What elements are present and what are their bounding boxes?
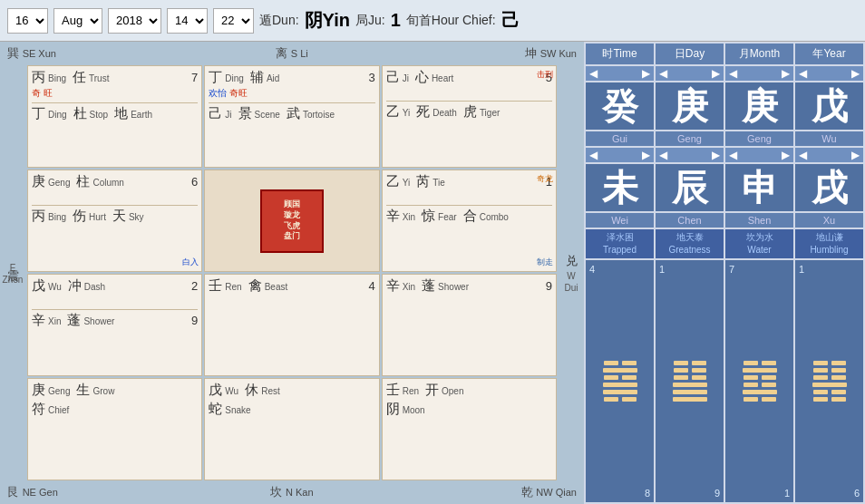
grid-cell-22: 辛 Xin 蓬 Shower 9 — [382, 274, 557, 376]
left-panel: 巽 SE Xun 离 S Li 坤 SW Kun 震 E Zhen — [0, 42, 584, 504]
header-year: 年Year — [795, 44, 863, 64]
year-select[interactable]: 2018 — [108, 8, 161, 34]
month-branch-prev[interactable]: ◀ — [729, 149, 737, 161]
stem-time: 癸 — [586, 82, 654, 130]
branch-day: 辰 — [656, 164, 724, 211]
stem-label-time: Gui — [586, 131, 654, 146]
chief-label: 旬首Hour Chief: — [406, 13, 496, 29]
grid-cell-center: 顾国璇龙飞虎盘门 — [204, 170, 379, 272]
year-prev[interactable]: ◀ — [799, 67, 807, 80]
branch-label-day: Chen — [656, 213, 724, 228]
branch-time: 未 — [586, 164, 654, 211]
nav-arrows-top: ◀ ▶ ◀ ▶ ◀ ▶ ◀ ▶ — [586, 66, 863, 81]
main-area: 巽 SE Xun 离 S Li 坤 SW Kun 震 E Zhen — [0, 42, 865, 504]
earthly-branches: 未 辰 申 戌 — [586, 164, 863, 211]
month-branch-next[interactable]: ▶ — [782, 149, 790, 161]
top-compass-row: 巽 SE Xun 离 S Li 坤 SW Kun — [0, 42, 584, 65]
header-month: 月Month — [725, 44, 793, 64]
dir-ne: 艮 NE Gen — [0, 480, 197, 504]
stem-month: 庚 — [725, 82, 793, 130]
desc-day: 地天泰Greatness — [656, 229, 724, 258]
hex-bottom-0: 8 — [645, 488, 650, 499]
hour-select[interactable]: 14 — [167, 8, 208, 34]
desc-time: 泽水困Trapped — [586, 229, 654, 258]
time-prev[interactable]: ◀ — [589, 67, 598, 80]
hex-block-0: 4 8 — [586, 260, 654, 502]
grid-cell-02: 击刑 己 Ji 心 Heart 5 乙 Yi 死 Death — [382, 65, 557, 168]
hex-lines-0 — [603, 361, 637, 402]
bottom-compass-row: 艮 NE Gen 坎 N Kan 乾 NW Qian — [0, 480, 584, 504]
pillar-descs: 泽水困Trapped 地天泰Greatness 坎为水Water 地山谦Humb… — [586, 229, 863, 258]
desc-year: 地山谦Humbling — [795, 229, 863, 258]
hex-top-0: 4 — [589, 264, 595, 275]
hex-lines-1 — [673, 361, 707, 402]
hex-top-1: 1 — [659, 264, 665, 275]
dir-s: 离 S Li — [197, 42, 386, 65]
grid-cell-12: 奇龙 乙 Yi 芮 Tie 1 制走 辛 Xin 惊 F — [382, 170, 557, 272]
stem-day: 庚 — [656, 82, 724, 130]
dir-e-label: 震 E Zhen — [0, 65, 25, 480]
day-branch-next[interactable]: ▶ — [712, 149, 720, 161]
hex-bottom-1: 9 — [714, 488, 720, 499]
hex-block-1: 1 9 — [656, 260, 724, 502]
day-branch-prev[interactable]: ◀ — [659, 149, 667, 161]
branch-labels: Wei Chen Shen Xu — [586, 213, 863, 228]
grid-cell-00: 丙 Bing 任 Trust 7 奇 旺 丁 Ding 杜 — [27, 65, 202, 168]
dun-value: 阴Yin — [305, 8, 350, 33]
month-next[interactable]: ▶ — [782, 67, 790, 80]
dir-sw: 坤 SW Kun — [387, 42, 584, 65]
month-prev[interactable]: ◀ — [729, 67, 737, 80]
year-branch-next[interactable]: ▶ — [851, 149, 860, 161]
dun-label: 遁Dun: — [259, 13, 299, 29]
hex-bottom-2: 1 — [784, 488, 790, 499]
hex-top-2: 7 — [729, 264, 734, 275]
dir-nw: 乾 NW Qian — [387, 480, 584, 504]
dir-n: 坎 N Kan — [197, 480, 386, 504]
time-next[interactable]: ▶ — [642, 67, 650, 80]
hex-bottom-3: 6 — [854, 488, 860, 499]
year-branch-prev[interactable]: ◀ — [799, 149, 807, 161]
stem-label-year: Wu — [795, 131, 863, 146]
hex-lines-3 — [812, 361, 847, 402]
grid-cell-32: 壬 Ren 开 Open 阴 Moon — [382, 378, 557, 480]
hexagram-row: 4 8 1 — [586, 260, 863, 502]
header-time: 时Time — [586, 44, 654, 64]
day-prev[interactable]: ◀ — [659, 67, 667, 80]
branch-label-month: Shen — [725, 213, 793, 228]
hex-top-3: 1 — [799, 264, 804, 275]
time-branch-next[interactable]: ▶ — [642, 149, 650, 161]
stem-label-day: Geng — [656, 131, 724, 146]
day-select[interactable]: 16 — [7, 8, 48, 34]
time-branch-prev[interactable]: ◀ — [589, 149, 598, 161]
desc-month: 坎为水Water — [725, 229, 793, 258]
stem-labels: Gui Geng Geng Wu — [586, 131, 863, 146]
top-bar: 16 Aug 2018 14 22 遁Dun: 阴Yin 局Ju: 1 旬首Ho… — [0, 0, 865, 42]
inner-grid: 丙 Bing 任 Trust 7 奇 旺 丁 Ding 杜 — [25, 65, 559, 480]
day-next[interactable]: ▶ — [712, 67, 720, 80]
grid-cell-10: 庚 Geng 柱 Column 6 白入 丙 Bing 伤 Hurt 天 — [27, 170, 202, 272]
hex-lines-2 — [743, 361, 777, 402]
pillar-headers: 时Time 日Day 月Month 年Year — [586, 44, 863, 64]
dir-w-label: 兑 W Dui — [559, 65, 584, 480]
branch-label-time: Wei — [586, 213, 654, 228]
stem-label-month: Geng — [725, 131, 793, 146]
minute-select[interactable]: 22 — [213, 8, 254, 34]
nav-arrows-bottom: ◀ ▶ ◀ ▶ ◀ ▶ ◀ ▶ — [586, 148, 863, 162]
grid-cell-30: 庚 Geng 生 Grow 符 Chief — [27, 378, 202, 480]
chief-value: 己 — [501, 8, 520, 33]
stem-year: 戊 — [795, 82, 863, 130]
grid-cell-01: 丁 Ding 辅 Aid 3 欢怡 奇旺 己 Ji 景 — [204, 65, 379, 168]
ju-value: 1 — [391, 10, 401, 31]
year-next[interactable]: ▶ — [851, 67, 860, 80]
seal-image: 顾国璇龙飞虎盘门 — [260, 189, 324, 253]
right-panel: 时Time 日Day 月Month 年Year ◀ ▶ ◀ ▶ ◀ ▶ ◀ ▶ — [584, 42, 865, 504]
grid-cell-20: 戊 Wu 冲 Dash 2 辛 Xin 蓬 Shower 9 — [27, 274, 202, 376]
dir-se: 巽 SE Xun — [0, 42, 197, 65]
ju-label: 局Ju: — [355, 13, 385, 29]
grid-cell-31: 戊 Wu 休 Rest 蛇 Snake — [204, 378, 379, 480]
month-select[interactable]: Aug — [53, 8, 102, 34]
branch-month: 申 — [725, 164, 793, 211]
hex-block-2: 7 1 — [725, 260, 793, 502]
grid-cell-21: 壬 Ren 禽 Beast 4 — [204, 274, 379, 376]
hex-block-3: 1 6 — [795, 260, 863, 502]
